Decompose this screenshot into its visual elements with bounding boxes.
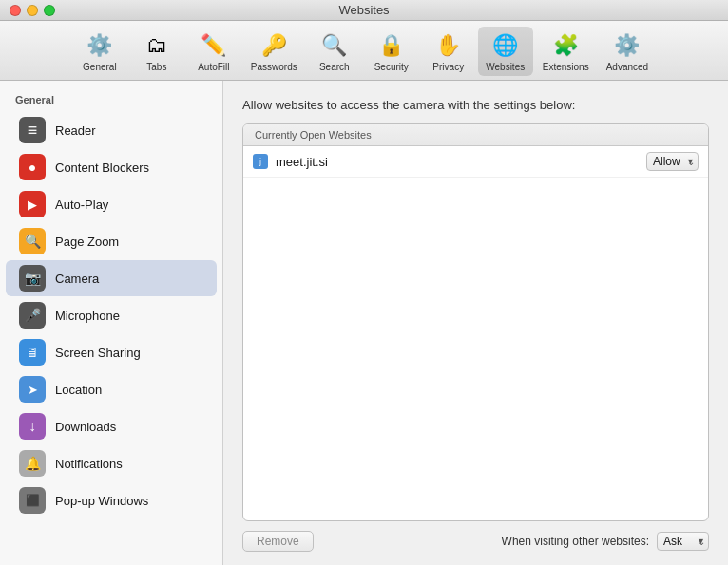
close-button[interactable] — [10, 5, 21, 16]
sidebar-label-auto-play: Auto-Play — [55, 198, 108, 212]
advanced-icon: ⚙️ — [612, 30, 642, 61]
toolbar-label-privacy: Privacy — [432, 62, 464, 72]
websites-table: Currently Open Websites j meet.jit.si Al… — [242, 123, 709, 521]
toolbar-item-tabs[interactable]: 🗂 Tabs — [129, 27, 184, 76]
site-name: meet.jit.si — [276, 155, 328, 169]
sidebar-label-reader: Reader — [55, 123, 96, 138]
toolbar-label-tabs: Tabs — [146, 62, 166, 72]
toolbar-item-passwords[interactable]: 🔑 Passwords — [243, 27, 305, 76]
table-row[interactable]: j meet.jit.si Allow Ask Deny ▼ — [243, 146, 708, 178]
sidebar-section-header: General — [0, 90, 222, 111]
notifications-icon: 🔔 — [19, 450, 46, 477]
other-websites: When visiting other websites: Ask Allow … — [502, 532, 709, 551]
sidebar-label-screen-sharing: Screen Sharing — [55, 346, 141, 360]
bottom-bar: Remove When visiting other websites: Ask… — [242, 531, 709, 552]
maximize-button[interactable] — [44, 5, 55, 16]
window-title: Websites — [338, 3, 389, 17]
toolbar: ⚙️ General 🗂 Tabs ✏️ AutoFill 🔑 Password… — [0, 21, 728, 81]
window-controls — [10, 5, 55, 16]
websites-icon: 🌐 — [490, 30, 521, 61]
toolbar-item-websites[interactable]: 🌐 Websites — [478, 27, 533, 76]
sidebar-item-auto-play[interactable]: ▶ Auto-Play — [6, 186, 217, 222]
right-panel: Allow websites to access the camera with… — [223, 81, 728, 565]
site-setting-wrapper[interactable]: Allow Ask Deny ▼ — [646, 152, 699, 171]
security-icon: 🔒 — [376, 30, 407, 61]
autofill-icon: ✏️ — [199, 30, 229, 61]
sidebar-item-notifications[interactable]: 🔔 Notifications — [6, 445, 217, 481]
toolbar-label-websites: Websites — [486, 62, 525, 72]
main-content: General ≡ Reader ● Content Blockers ▶ Au… — [0, 81, 728, 565]
sidebar-item-microphone[interactable]: 🎤 Microphone — [6, 297, 217, 333]
auto-play-icon: ▶ — [19, 191, 46, 217]
toolbar-label-passwords: Passwords — [251, 62, 297, 72]
toolbar-label-search: Search — [319, 62, 350, 72]
other-websites-select-wrapper[interactable]: Ask Allow Deny ▼ — [657, 532, 709, 551]
sidebar-item-page-zoom[interactable]: 🔍 Page Zoom — [6, 223, 217, 259]
search-icon: 🔍 — [319, 30, 350, 61]
camera-icon: 📷 — [19, 265, 46, 292]
sidebar: General ≡ Reader ● Content Blockers ▶ Au… — [0, 81, 223, 565]
toolbar-item-general[interactable]: ⚙️ General — [72, 27, 127, 76]
sidebar-item-content-blockers[interactable]: ● Content Blockers — [6, 149, 217, 185]
toolbar-label-extensions: Extensions — [543, 62, 589, 72]
toolbar-item-search[interactable]: 🔍 Search — [307, 27, 362, 76]
sidebar-label-content-blockers: Content Blockers — [55, 160, 149, 175]
toolbar-item-extensions[interactable]: 🧩 Extensions — [535, 27, 597, 76]
minimize-button[interactable] — [27, 5, 38, 16]
remove-button[interactable]: Remove — [242, 531, 314, 552]
sidebar-item-screen-sharing[interactable]: 🖥 Screen Sharing — [6, 334, 217, 370]
other-websites-label: When visiting other websites: — [502, 535, 649, 548]
sidebar-item-location[interactable]: ➤ Location — [6, 371, 217, 407]
sidebar-label-camera: Camera — [55, 272, 99, 286]
toolbar-label-general: General — [83, 62, 117, 72]
toolbar-label-advanced: Advanced — [606, 62, 648, 72]
screen-sharing-icon: 🖥 — [19, 339, 46, 366]
privacy-icon: ✋ — [433, 30, 464, 61]
table-header: Currently Open Websites — [243, 124, 708, 146]
sidebar-label-pop-up-windows: Pop-up Windows — [55, 494, 148, 508]
sidebar-item-reader[interactable]: ≡ Reader — [6, 112, 217, 148]
passwords-icon: 🔑 — [259, 30, 289, 61]
site-favicon: j — [253, 154, 268, 169]
panel-description: Allow websites to access the camera with… — [242, 98, 709, 112]
extensions-icon: 🧩 — [550, 30, 581, 61]
sidebar-label-microphone: Microphone — [55, 309, 120, 323]
general-icon: ⚙️ — [85, 30, 115, 61]
sidebar-item-downloads[interactable]: ↓ Downloads — [6, 408, 217, 444]
sidebar-label-location: Location — [55, 383, 102, 397]
content-blockers-icon: ● — [19, 154, 46, 180]
downloads-icon: ↓ — [19, 413, 46, 440]
sidebar-label-downloads: Downloads — [55, 420, 116, 434]
toolbar-label-security: Security — [374, 62, 409, 72]
page-zoom-icon: 🔍 — [19, 228, 46, 254]
table-row-left: j meet.jit.si — [253, 154, 328, 169]
sidebar-label-page-zoom: Page Zoom — [55, 235, 119, 249]
other-websites-select[interactable]: Ask Allow Deny — [657, 532, 709, 551]
toolbar-label-autofill: AutoFill — [198, 62, 229, 72]
pop-up-windows-icon: ⬛ — [19, 487, 46, 514]
toolbar-item-privacy[interactable]: ✋ Privacy — [421, 27, 476, 76]
title-bar: Websites — [0, 0, 728, 21]
microphone-icon: 🎤 — [19, 302, 46, 329]
sidebar-item-camera[interactable]: 📷 Camera — [6, 260, 217, 296]
toolbar-item-advanced[interactable]: ⚙️ Advanced — [599, 27, 656, 76]
tabs-icon: 🗂 — [142, 30, 172, 61]
toolbar-item-autofill[interactable]: ✏️ AutoFill — [186, 27, 241, 76]
reader-icon: ≡ — [19, 117, 46, 143]
site-setting-select[interactable]: Allow Ask Deny — [646, 152, 699, 171]
sidebar-label-notifications: Notifications — [55, 457, 123, 471]
toolbar-item-security[interactable]: 🔒 Security — [364, 27, 419, 76]
table-body: j meet.jit.si Allow Ask Deny ▼ — [243, 146, 708, 520]
location-icon: ➤ — [19, 376, 46, 403]
sidebar-item-pop-up-windows[interactable]: ⬛ Pop-up Windows — [6, 482, 217, 518]
sidebar-items: ≡ Reader ● Content Blockers ▶ Auto-Play … — [0, 112, 222, 518]
